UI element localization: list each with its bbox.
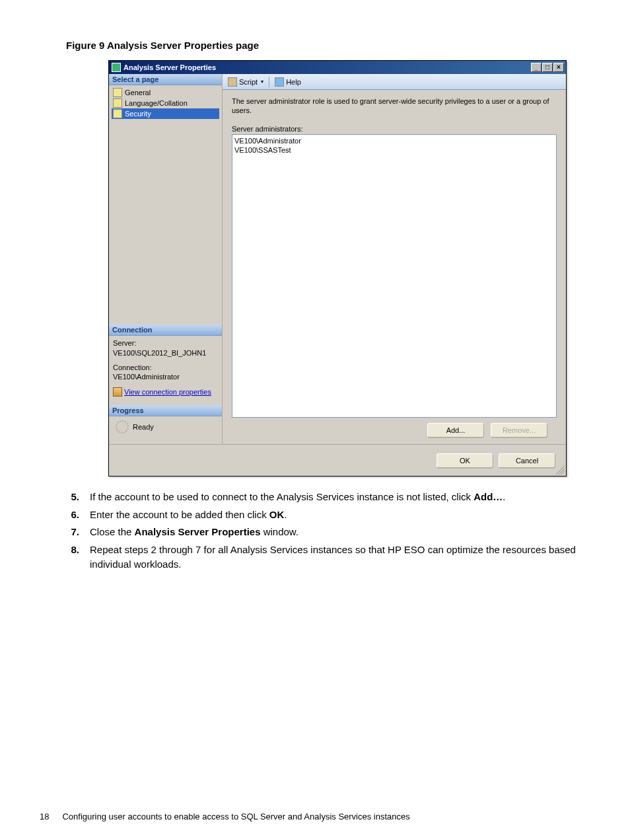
- step-text: If the account to be used to connect to …: [90, 491, 473, 502]
- sidebar-item-label: Language/Collation: [125, 99, 188, 107]
- description-text: The server administrator role is used to…: [232, 96, 557, 116]
- properties-icon: [113, 387, 122, 397]
- minimize-button[interactable]: _: [531, 63, 542, 72]
- page-icon: [113, 109, 122, 118]
- connection-section: Server: VE100\SQL2012_BI_JOHN1 Connectio…: [109, 336, 222, 405]
- connection-value: VE100\Administrator: [113, 372, 218, 381]
- dialog-footer: OK Cancel: [109, 444, 566, 476]
- step-text: Enter the account to be added then click: [90, 509, 269, 520]
- script-dropdown[interactable]: Script ▾: [225, 76, 266, 88]
- resize-grip-icon[interactable]: [555, 465, 565, 475]
- administrators-listbox[interactable]: VE100\Administrator VE100\SSASTest: [232, 134, 557, 418]
- step-number: 5.: [66, 490, 90, 505]
- instruction-item: 5. If the account to be used to connect …: [66, 490, 590, 505]
- toolbar-label: Script: [239, 78, 258, 86]
- step-bold: OK: [269, 509, 285, 520]
- maximize-button[interactable]: □: [542, 63, 553, 72]
- page-icon: [113, 88, 122, 97]
- close-button[interactable]: ×: [553, 63, 564, 72]
- instruction-item: 6. Enter the account to be added then cl…: [66, 508, 590, 523]
- ok-button[interactable]: OK: [437, 453, 493, 468]
- page-icon: [113, 98, 122, 108]
- step-number: 6.: [66, 508, 90, 523]
- instructions-list: 5. If the account to be used to connect …: [66, 490, 590, 572]
- page-number: 18: [40, 812, 49, 821]
- step-bold: Add…: [473, 491, 503, 502]
- list-item[interactable]: VE100\SSASTest: [234, 145, 554, 155]
- help-button[interactable]: Help: [272, 76, 304, 88]
- instruction-item: 8. Repeat steps 2 through 7 for all Anal…: [66, 543, 590, 572]
- sidebar-item-language[interactable]: Language/Collation: [112, 98, 219, 108]
- script-icon: [228, 77, 237, 87]
- step-number: 8.: [66, 543, 90, 572]
- window-title: Analysis Server Properties: [123, 63, 531, 71]
- toolbar-separator: [269, 77, 269, 87]
- sidebar: Select a page General Language/Collation…: [109, 74, 223, 444]
- step-bold: Analysis Server Properties: [135, 526, 261, 537]
- toolbar: Script ▾ Help: [223, 74, 566, 90]
- link-text: View connection properties: [124, 387, 211, 397]
- select-page-header: Select a page: [109, 74, 222, 85]
- connection-header: Connection: [109, 325, 222, 336]
- chevron-down-icon: ▾: [261, 79, 263, 85]
- sidebar-item-label: Security: [125, 110, 151, 118]
- connection-label: Connection:: [113, 363, 218, 372]
- toolbar-label: Help: [286, 78, 301, 86]
- main-pane: Script ▾ Help The server administrator r…: [223, 74, 566, 444]
- step-text: .: [503, 491, 505, 502]
- progress-spinner-icon: [116, 420, 129, 434]
- cancel-button[interactable]: Cancel: [499, 453, 555, 468]
- remove-button[interactable]: Remove...: [491, 423, 547, 438]
- instruction-item: 7. Close the Analysis Server Properties …: [66, 525, 590, 540]
- step-text: .: [284, 509, 287, 520]
- step-text: Repeat steps 2 through 7 for all Analysi…: [90, 544, 576, 570]
- add-button[interactable]: Add...: [427, 423, 484, 438]
- list-item[interactable]: VE100\Administrator: [234, 136, 554, 145]
- app-icon: [112, 63, 121, 72]
- progress-header: Progress: [109, 405, 222, 416]
- titlebar: Analysis Server Properties _ □ ×: [109, 61, 566, 74]
- sidebar-item-security[interactable]: Security: [112, 108, 219, 119]
- list-label: Server administrators:: [232, 125, 557, 133]
- page-footer-title: Configuring user accounts to enable acce…: [62, 812, 409, 821]
- step-number: 7.: [66, 525, 90, 540]
- sidebar-item-general[interactable]: General: [112, 87, 219, 98]
- server-label: Server:: [113, 338, 218, 348]
- view-connection-link[interactable]: View connection properties: [113, 387, 211, 397]
- help-icon: [275, 77, 284, 87]
- sidebar-item-label: General: [125, 89, 151, 96]
- server-value: VE100\SQL2012_BI_JOHN1: [113, 348, 218, 358]
- page-footer: 18 Configuring user accounts to enable a…: [40, 812, 590, 821]
- progress-status: Ready: [133, 423, 154, 431]
- figure-caption: Figure 9 Analysis Server Properties page: [66, 40, 590, 51]
- properties-window: Analysis Server Properties _ □ × Select …: [108, 60, 567, 477]
- step-text: Close the: [90, 526, 135, 537]
- step-text: window.: [260, 526, 298, 537]
